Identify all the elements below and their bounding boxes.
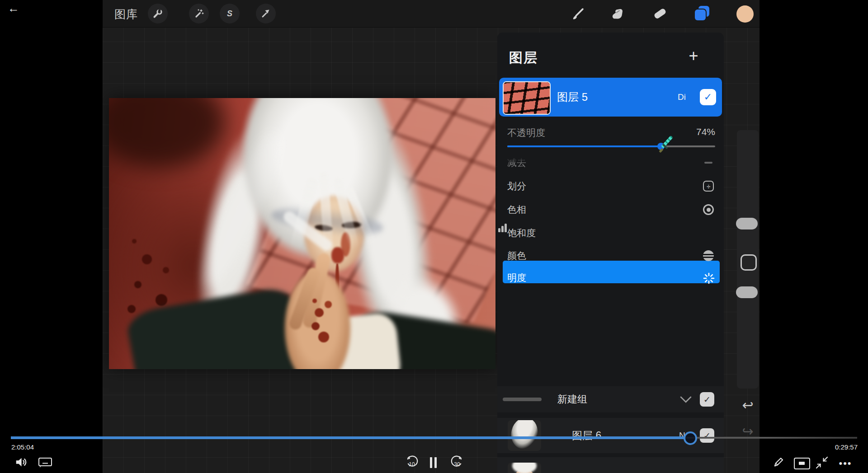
- active-color-swatch: [736, 5, 754, 23]
- layers-icon-front: [695, 9, 706, 20]
- layer-group-row[interactable]: 新建组 ✓: [497, 386, 724, 412]
- smudge-finger-icon: [609, 6, 625, 21]
- back-button[interactable]: ←: [5, 0, 22, 16]
- blend-list-top-fade: [497, 157, 724, 164]
- blend-row-divide[interactable]: 划分 ÷: [497, 175, 724, 197]
- opacity-label: 不透明度: [507, 126, 545, 139]
- layer-row-selected[interactable]: 图层 5 Di ✓: [499, 78, 722, 117]
- transform-arrow-icon: [260, 8, 271, 19]
- more-options-button[interactable]: •••: [836, 457, 854, 470]
- blend-mode-badge[interactable]: Di: [678, 92, 686, 102]
- brush-tool-button[interactable]: [569, 5, 587, 23]
- brush-size-slider-handle[interactable]: [736, 218, 758, 229]
- blend-row-hue[interactable]: 色相: [497, 199, 724, 220]
- eraser-icon: [652, 6, 667, 21]
- subtitles-button[interactable]: [38, 457, 52, 468]
- luminosity-icon: [703, 272, 714, 283]
- skip-back-10-button[interactable]: 10: [405, 455, 419, 470]
- pause-bar: [430, 457, 432, 468]
- opacity-fill: [507, 145, 661, 147]
- smudge-tool-button[interactable]: [608, 5, 626, 23]
- brush-icon: [571, 6, 586, 21]
- pause-button[interactable]: [429, 457, 438, 468]
- blend-row-luminosity[interactable]: 明度: [497, 267, 724, 289]
- layer-name: 图层 5: [572, 457, 601, 473]
- blend-label: 颜色: [507, 245, 526, 267]
- layer-visibility-checkbox[interactable]: ✓: [700, 89, 716, 105]
- subtitles-icon: [38, 457, 52, 468]
- video-player: 图库 S: [0, 0, 868, 473]
- blend-label: 明度: [507, 267, 526, 289]
- color-picker-button[interactable]: [736, 5, 754, 23]
- gallery-button[interactable]: 图库: [114, 7, 138, 22]
- blend-mode-list: 减去 划分 ÷ 色相 饱和度 颜色: [497, 157, 724, 291]
- drawing-canvas[interactable]: [109, 98, 495, 369]
- elapsed-time: 2:05:04: [11, 443, 34, 451]
- skip-forward-label: 30: [450, 461, 464, 468]
- opacity-value: 74%: [696, 126, 715, 137]
- layers-panel-button[interactable]: [693, 5, 711, 23]
- eraser-tool-button[interactable]: [651, 5, 669, 23]
- pip-inner-rect: [799, 462, 805, 465]
- layer-name: 图层 5: [557, 78, 588, 117]
- layer6-thumbnail-art: [508, 420, 541, 451]
- collapse-icon: [815, 456, 829, 469]
- exit-fullscreen-button[interactable]: [815, 456, 829, 469]
- wrench-icon: [152, 8, 163, 19]
- skip-forward-30-button[interactable]: 30: [450, 455, 464, 470]
- video-content: 图库 S: [103, 0, 760, 473]
- layers-panel-title: 图层: [509, 49, 538, 67]
- group-visibility-checkbox[interactable]: ✓: [700, 392, 714, 407]
- color-icon: [703, 250, 714, 261]
- artwork-blood-nose: [331, 247, 344, 263]
- remaining-time: 0:29:57: [835, 443, 858, 451]
- opacity-slider[interactable]: [507, 143, 715, 150]
- pause-bar2: [434, 457, 437, 468]
- layers-panel: 图层 + 图层 5 Di ✓ 不透明度 74%: [497, 33, 724, 473]
- layer-thumbnail-art: [503, 81, 551, 115]
- selection-s-icon: S: [224, 8, 235, 19]
- group-thumbnail-dash: [503, 398, 542, 401]
- picture-in-picture-button[interactable]: [794, 458, 810, 469]
- layer5b-thumbnail: [508, 463, 541, 473]
- skip-back-label: 10: [405, 461, 419, 468]
- add-layer-button[interactable]: +: [684, 46, 703, 66]
- blend-label: 划分: [507, 175, 526, 197]
- speaker-icon: [14, 455, 28, 469]
- timeline-played-track: [11, 436, 684, 439]
- timeline[interactable]: [11, 436, 857, 439]
- undo-button[interactable]: ↩: [738, 396, 758, 414]
- selection-button[interactable]: S: [220, 4, 240, 23]
- modify-button[interactable]: [741, 254, 757, 271]
- blend-label: 色相: [507, 199, 526, 220]
- group-name: 新建组: [557, 386, 587, 412]
- volume-button[interactable]: [14, 455, 28, 469]
- layer5b-thumbnail-hair: [512, 463, 537, 473]
- pencil-icon: [772, 456, 785, 468]
- layer-visibility-checkbox[interactable]: ✓: [700, 428, 714, 443]
- artwork-blood-hand: [312, 299, 317, 303]
- actions-wrench-button[interactable]: [148, 4, 168, 23]
- transform-button[interactable]: [256, 4, 276, 23]
- hue-icon: [703, 204, 714, 215]
- svg-text:S: S: [227, 9, 232, 18]
- divide-icon: ÷: [703, 181, 714, 192]
- saturation-icon: [497, 222, 508, 233]
- layer-row-5-partial[interactable]: 图层 5 N ✓: [497, 457, 724, 473]
- procreate-toolbar: 图库 S: [103, 0, 760, 28]
- layer6-thumbnail: [508, 420, 541, 451]
- timeline-scrubber[interactable]: [684, 431, 697, 445]
- blend-row-saturation[interactable]: 饱和度: [497, 222, 724, 244]
- layer-name: 图层 6: [572, 418, 601, 453]
- chevron-down-icon[interactable]: [679, 396, 692, 403]
- blend-row-color[interactable]: 颜色: [497, 245, 724, 267]
- blend-label: 饱和度: [507, 222, 536, 244]
- annotate-button[interactable]: [772, 456, 785, 468]
- layer-thumbnail: [503, 81, 551, 115]
- opacity-handle[interactable]: [657, 143, 665, 150]
- adjustments-wand-button[interactable]: [189, 4, 209, 23]
- magic-wand-icon: [193, 8, 204, 19]
- brush-opacity-slider-handle[interactable]: [736, 286, 758, 298]
